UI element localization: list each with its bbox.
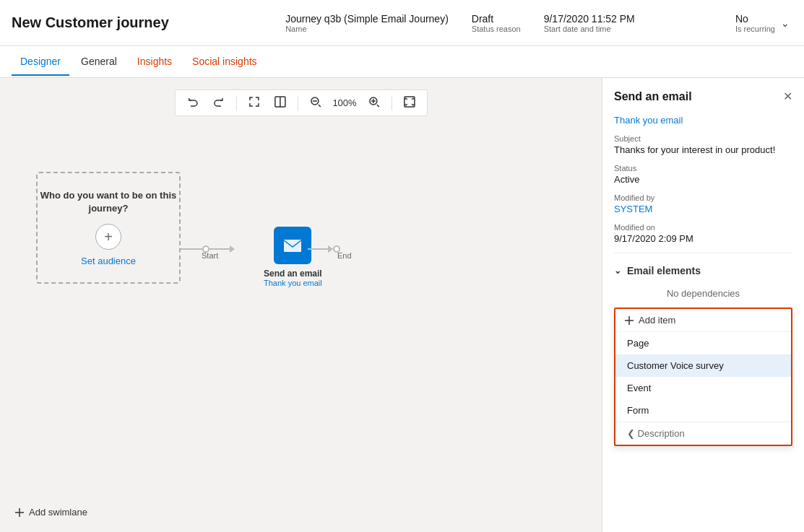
page-title: New Customer journey <box>12 14 185 31</box>
svg-line-8 <box>377 105 379 107</box>
tab-general[interactable]: General <box>72 48 126 76</box>
start-date-meta: 9/17/2020 11:52 PM Start date and time <box>544 13 635 33</box>
subject-field: Subject Thanks for your interest in our … <box>614 134 792 155</box>
set-audience-link[interactable]: Set audience <box>81 256 136 266</box>
add-item-button[interactable]: Add item <box>615 309 791 332</box>
audience-box[interactable]: Who do you want to be on this journey? +… <box>36 172 181 284</box>
recurring-value: No <box>735 13 775 25</box>
menu-item-description[interactable]: ❮ Description <box>615 422 791 445</box>
tab-social-insights[interactable]: Social insights <box>183 48 266 76</box>
add-swimlane-label: Add swimlane <box>29 507 87 518</box>
tab-designer[interactable]: Designer <box>12 48 69 76</box>
end-label: End <box>337 251 352 260</box>
modified-on-value: 9/17/2020 2:09 PM <box>614 233 792 244</box>
panel-close-button[interactable]: ✕ <box>783 90 792 103</box>
connector-2 <box>308 245 340 253</box>
start-date-value: 9/17/2020 11:52 PM <box>544 13 635 25</box>
panel-header: Send an email ✕ <box>602 78 804 109</box>
redo-button[interactable] <box>207 93 230 113</box>
add-item-icon <box>624 315 634 326</box>
status-label: Status <box>614 164 792 173</box>
toolbar-separator-2 <box>297 96 298 110</box>
header-right: No Is recurring ⌄ <box>735 13 792 33</box>
canvas-toolbar: 100% <box>174 90 427 116</box>
line-1 <box>181 248 202 250</box>
status-value: Active <box>614 174 792 185</box>
menu-item-page[interactable]: Page <box>615 332 791 354</box>
recurring-chevron[interactable]: ⌄ <box>778 14 792 32</box>
add-item-dropdown: Add item Page Customer Voice survey Even… <box>614 308 792 446</box>
journey-flow-area: Who do you want to be on this journey? +… <box>22 136 602 496</box>
email-link[interactable]: Thank you email <box>614 115 792 126</box>
subject-value: Thanks for your interest in our product! <box>614 144 792 155</box>
status-reason-meta: Draft Status reason <box>472 13 521 33</box>
audience-plus-button[interactable]: + <box>95 224 121 250</box>
journey-name-value: Journey q3b (Simple Email Journey) <box>285 13 449 25</box>
menu-item-form[interactable]: Form <box>615 399 791 422</box>
split-view-button[interactable] <box>268 93 291 113</box>
modified-on-label: Modified on <box>614 223 792 232</box>
zoom-level: 100% <box>329 97 359 108</box>
plus-icon: + <box>104 230 113 244</box>
line-2 <box>209 248 230 250</box>
header: New Customer journey Journey q3b (Simple… <box>0 0 804 46</box>
send-email-node[interactable] <box>274 227 311 264</box>
zoom-in-button[interactable] <box>363 93 386 113</box>
start-label: Start <box>202 251 218 260</box>
audience-prompt-text: Who do you want to be on this journey? <box>38 189 179 215</box>
recurring-label: Is recurring <box>735 25 775 33</box>
recurring-meta: No Is recurring <box>735 13 775 33</box>
email-node-label: Send an email <box>264 269 322 279</box>
add-swimlane-button[interactable]: Add swimlane <box>14 507 87 518</box>
menu-item-event[interactable]: Event <box>615 377 791 399</box>
status-reason-label: Status reason <box>472 25 521 33</box>
main-content: 100% Who do you want to be on this journ… <box>0 78 804 532</box>
tab-insights[interactable]: Insights <box>129 48 181 76</box>
status-reason-value: Draft <box>472 13 493 25</box>
tab-bar: Designer General Insights Social insight… <box>0 46 804 78</box>
email-elements-toggle[interactable]: ⌄ Email elements <box>614 259 792 282</box>
modified-by-field: Modified by SYSTEM <box>614 193 792 214</box>
panel-body: Thank you email Subject Thanks for your … <box>602 109 804 532</box>
journey-name-meta: Journey q3b (Simple Email Journey) Name <box>285 13 449 33</box>
line-3 <box>308 248 328 250</box>
svg-rect-10 <box>284 240 301 252</box>
no-dependencies-text: No dependencies <box>614 282 792 308</box>
add-swimlane-icon <box>14 507 25 518</box>
subject-label: Subject <box>614 134 792 143</box>
zoom-out-button[interactable] <box>303 93 327 113</box>
arrow-2 <box>328 245 333 253</box>
undo-button[interactable] <box>181 93 204 113</box>
right-panel: Send an email ✕ Thank you email Subject … <box>602 78 804 532</box>
expand-button[interactable] <box>242 93 265 113</box>
header-meta: Journey q3b (Simple Email Journey) Name … <box>185 13 735 33</box>
canvas-area: 100% Who do you want to be on this journ… <box>0 78 602 532</box>
modified-on-field: Modified on 9/17/2020 2:09 PM <box>614 223 792 244</box>
svg-line-4 <box>318 105 320 107</box>
arrow-1 <box>230 245 235 253</box>
panel-title: Send an email <box>614 90 692 103</box>
toolbar-separator-1 <box>235 96 236 110</box>
add-item-label: Add item <box>639 315 675 326</box>
start-date-label: Start date and time <box>544 25 611 33</box>
journey-name-label: Name <box>285 25 306 33</box>
menu-item-customer-voice-survey[interactable]: Customer Voice survey <box>615 354 791 377</box>
section-chevron-icon: ⌄ <box>614 266 621 276</box>
modified-by-value[interactable]: SYSTEM <box>614 204 792 214</box>
email-elements-label: Email elements <box>627 265 701 276</box>
modified-by-label: Modified by <box>614 193 792 202</box>
email-node-sublabel: Thank you email <box>264 279 322 287</box>
toolbar-separator-3 <box>392 96 392 110</box>
status-field: Status Active <box>614 164 792 185</box>
email-node[interactable]: Send an email Thank you email <box>264 227 322 287</box>
panel-divider <box>614 253 792 253</box>
fit-view-button[interactable] <box>398 93 421 113</box>
email-elements-section: ⌄ Email elements No dependencies Add ite… <box>614 259 792 446</box>
